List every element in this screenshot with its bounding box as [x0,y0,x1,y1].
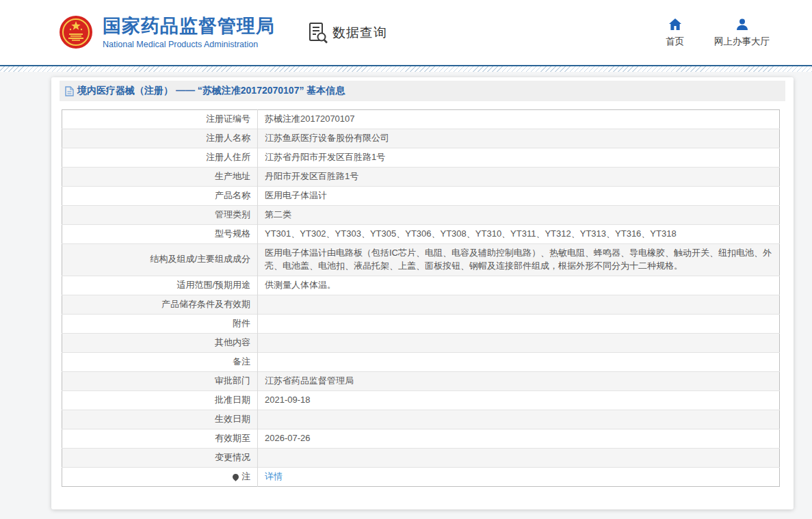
site-subtitle: National Medical Products Administration [103,40,275,49]
row-label: 产品名称 [62,187,258,206]
table-row: 结构及组成/主要组成成分医用电子体温计由电路板（包括IC芯片、电阻、电容及辅助控… [62,244,780,276]
table-row: 附件 [62,314,780,333]
table-row: 注册人名称江苏鱼跃医疗设备股份有限公司 [62,129,780,148]
nav-home[interactable]: 首页 [666,18,684,48]
row-label: 注册人住所 [62,148,258,168]
table-row: 产品储存条件及有效期 [62,295,780,314]
row-value [258,448,780,467]
document-icon [65,86,74,96]
row-label: 变更情况 [62,448,258,467]
row-value [258,295,780,314]
row-value [258,333,780,352]
home-icon [668,18,682,31]
row-value: 丹阳市开发区百胜路1号 [258,168,780,187]
row-label: 生产地址 [62,168,258,187]
national-emblem-logo [57,14,94,51]
nav-service-hall-label: 网上办事大厅 [714,36,770,48]
striped-band [0,66,812,72]
breadcrumb: 境内医疗器械（注册） —— “苏械注准20172070107” 基本信息 [60,81,785,101]
section-title: 数据查询 [332,24,387,42]
row-value: 2021-09-18 [258,390,780,410]
nav-service-hall[interactable]: 网上办事大厅 [714,18,770,48]
table-row: 产品名称医用电子体温计 [62,187,780,206]
registration-info-table: 注册证编号苏械注准20172070107注册人名称江苏鱼跃医疗设备股份有限公司注… [62,109,780,487]
brand-block: 国家药品监督管理局 National Medical Products Admi… [103,16,275,49]
row-label: 管理类别 [62,206,258,225]
table-row: 生产地址丹阳市开发区百胜路1号 [62,168,780,187]
row-label: 注册证编号 [62,110,258,129]
row-label: 适用范围/预期用途 [62,276,258,295]
table-row: 备注 [62,352,780,371]
row-value: 江苏鱼跃医疗设备股份有限公司 [258,129,780,148]
nav-home-label: 首页 [666,36,684,48]
table-row: 注详情 [62,467,780,486]
row-label: 注 [62,467,258,486]
table-row: 适用范围/预期用途供测量人体体温。 [62,276,780,295]
row-label: 附件 [62,314,258,333]
row-value [258,352,780,371]
row-label: 产品储存条件及有效期 [62,295,258,314]
row-value: 江苏省药品监督管理局 [258,371,780,390]
row-label: 其他内容 [62,333,258,352]
row-label: 审批部门 [62,371,258,390]
table-row: 注册人住所江苏省丹阳市开发区百胜路1号 [62,148,780,168]
table-row: 注册证编号苏械注准20172070107 [62,110,780,129]
row-label: 批准日期 [62,390,258,410]
row-value: 供测量人体体温。 [258,276,780,295]
site-title: 国家药品监督管理局 [103,16,275,37]
row-label: 生效日期 [62,410,258,429]
row-value: 第二类 [258,206,780,225]
row-value: 医用电子体温计由电路板（包括IC芯片、电阻、电容及辅助控制电路）、热敏电阻、蜂鸣… [258,244,780,276]
row-value: YT301、YT302、YT303、YT305、YT306、YT308、YT31… [258,225,780,244]
row-value: 江苏省丹阳市开发区百胜路1号 [258,148,780,168]
top-nav: 首页 网上办事大厅 [666,18,770,48]
table-row: 型号规格YT301、YT302、YT303、YT305、YT306、YT308、… [62,225,780,244]
document-search-icon [308,22,328,44]
row-label: 型号规格 [62,225,258,244]
data-query-entry[interactable]: 数据查询 [308,22,387,44]
table-row: 生效日期 [62,410,780,429]
table-row: 审批部门江苏省药品监督管理局 [62,371,780,390]
table-row: 变更情况 [62,448,780,467]
page-title: 境内医疗器械（注册） —— “苏械注准20172070107” 基本信息 [77,85,345,97]
row-value: 医用电子体温计 [258,187,780,206]
row-value: 详情 [258,467,780,486]
row-label: 有效期至 [62,429,258,448]
row-label: 结构及组成/主要组成成分 [62,244,258,276]
table-row: 其他内容 [62,333,780,352]
header: 国家药品监督管理局 National Medical Products Admi… [0,0,812,65]
user-icon [735,18,749,31]
row-value: 苏械注准20172070107 [258,110,780,129]
info-table-body: 注册证编号苏械注准20172070107注册人名称江苏鱼跃医疗设备股份有限公司注… [62,110,780,487]
row-label: 备注 [62,352,258,371]
detail-link[interactable]: 详情 [265,471,283,481]
content-card: 境内医疗器械（注册） —— “苏械注准20172070107” 基本信息 注册证… [51,77,794,509]
bulb-icon [231,473,240,481]
row-value [258,410,780,429]
table-row: 批准日期2021-09-18 [62,390,780,410]
table-row: 管理类别第二类 [62,206,780,225]
row-value: 2026-07-26 [258,429,780,448]
row-value [258,314,780,333]
table-row: 有效期至2026-07-26 [62,429,780,448]
row-label: 注册人名称 [62,129,258,148]
